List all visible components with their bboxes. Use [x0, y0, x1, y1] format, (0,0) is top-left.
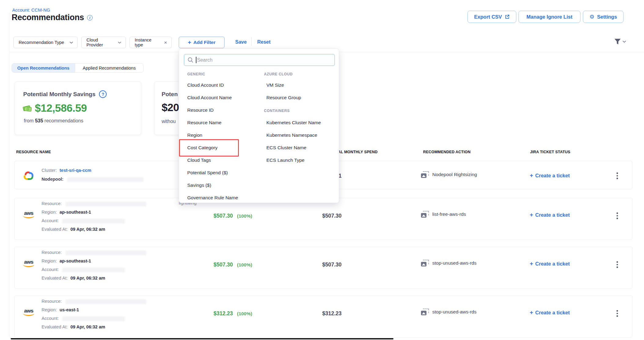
region-label: Region: [42, 307, 57, 312]
plus-icon: + [530, 309, 533, 316]
monthly-savings-cell: $507.30 (100%) [214, 262, 252, 268]
footer-prefix: from [24, 118, 34, 123]
funnel-icon [614, 38, 621, 45]
broken-image-icon [421, 260, 429, 266]
region-value: us-east-1 [60, 307, 79, 312]
create-ticket-button[interactable]: +Create a ticket [530, 260, 570, 267]
filter-option-resource-name[interactable]: Resource Name [187, 120, 221, 125]
recommended-action-label: stop-unused-aws-rds [432, 309, 477, 315]
row-menu-button[interactable] [616, 172, 619, 180]
filter-option-cloud-tags[interactable]: Cloud Tags [187, 157, 211, 163]
filter-option-kubernetes-namespace[interactable]: Kubernetes Namespace [266, 132, 317, 138]
evaluated-at-label: Evaluated At: [42, 227, 68, 232]
account-label: Account: [42, 267, 59, 272]
add-filter-button[interactable]: + Add Filter [179, 37, 225, 48]
filter-option-cost-category[interactable]: Cost Category [187, 145, 218, 150]
savings-percent: (100%) [237, 262, 252, 267]
monthly-spend-value: $507.30 [290, 213, 342, 219]
settings-button[interactable]: ⚙ Settings [583, 11, 624, 23]
redacted-value [62, 219, 125, 223]
recommended-action-cell: stop-unused-aws-rds [421, 260, 477, 266]
cluster-link[interactable]: test-sri-qa-ccm [60, 168, 91, 173]
resource-label: Resource: [42, 250, 62, 255]
export-csv-label: Export CSV [474, 14, 502, 20]
filter-chip-label: Instance type [135, 38, 161, 47]
table-row[interactable]: aws Resource: Region: ap-southeast-1 Acc… [14, 247, 632, 289]
column-header-recommended-action: RECOMMENDED ACTION [423, 150, 470, 154]
broken-image-icon [421, 309, 429, 315]
filter-option-region[interactable]: Region [187, 132, 202, 138]
spend-card-footer-fragment: withou [162, 119, 176, 124]
filter-option-cloud-account-id[interactable]: Cloud Account ID [187, 82, 224, 88]
save-reset-divider [251, 37, 252, 46]
tab-applied-recommendations[interactable]: Applied Recommendations [75, 63, 143, 72]
filter-option-vm-size[interactable]: VM Size [266, 82, 284, 88]
close-icon[interactable]: × [164, 40, 167, 45]
recommendations-tabs: Open Recommendations Applied Recommendat… [12, 63, 144, 73]
create-ticket-button[interactable]: +Create a ticket [530, 309, 570, 316]
settings-label: Settings [597, 14, 617, 20]
filter-option-resource-id[interactable]: Resource ID [187, 107, 214, 113]
text-caret [196, 57, 196, 63]
add-filter-dropdown: GENERIC Cloud Account ID Cloud Account N… [179, 49, 339, 203]
money-icon [23, 104, 32, 112]
filter-option-ecs-launch-type[interactable]: ECS Launch Type [266, 157, 305, 163]
section-heading-azure-cloud: AZURE CLOUD [264, 72, 293, 76]
filter-option-savings[interactable]: Savings ($) [187, 183, 211, 188]
footer-suffix: recommendations [45, 118, 83, 123]
row-menu-button[interactable] [616, 212, 619, 220]
filter-option-resource-group[interactable]: Resource Group [266, 95, 301, 100]
add-filter-label: Add Filter [193, 40, 215, 45]
savings-card-title: Potential Monthly Savings [23, 91, 95, 98]
redacted-value [65, 299, 146, 304]
recommendations-page: Account: CCM-NG Recommendations i Export… [0, 0, 644, 340]
redacted-value [62, 316, 125, 321]
savings-amount: $312.23 [214, 310, 233, 316]
filter-chip-recommendation-type[interactable]: Recommendation Type [13, 37, 78, 48]
savings-amount: $507.30 [214, 213, 233, 219]
info-icon[interactable]: i [87, 15, 93, 20]
spend-card-title-fragment: Poten [162, 91, 178, 98]
savings-amount: $12,586.59 [35, 102, 87, 114]
row-menu-button[interactable] [616, 261, 619, 269]
region-label: Region: [42, 259, 57, 263]
filter-option-kubernetes-cluster-name[interactable]: Kubernetes Cluster Name [266, 120, 321, 125]
reset-filter-button[interactable]: Reset [257, 39, 271, 45]
filter-chip-label: Cloud Provider [86, 38, 115, 47]
manage-ignore-list-button[interactable]: Manage Ignore List [518, 11, 580, 23]
recommended-action-label: list-free-aws-rds [432, 212, 466, 217]
table-row[interactable]: aws Resource: Region: us-east-1 Account:… [14, 295, 632, 338]
table-row[interactable]: aws Resource: Region: ap-southeast-1 Acc… [14, 198, 632, 240]
create-ticket-label: Create a ticket [535, 261, 570, 266]
filter-search-input[interactable] [184, 54, 335, 66]
page-title: Recommendations [12, 13, 84, 22]
create-ticket-label: Create a ticket [535, 173, 570, 178]
filter-chip-instance-type[interactable]: Instance type × [130, 37, 172, 48]
filter-option-governance-rule-name[interactable]: Governance Rule Name [187, 195, 238, 201]
recommendation-count: 535 [35, 118, 43, 123]
chevron-down-icon [118, 42, 121, 44]
filter-option-cloud-account-name[interactable]: Cloud Account Name [187, 95, 232, 100]
nodepool-label: Nodepool: [42, 177, 64, 182]
filter-chip-cloud-provider[interactable]: Cloud Provider [81, 37, 126, 48]
aws-logo: aws [23, 211, 35, 218]
breadcrumb[interactable]: Account: CCM-NG [12, 7, 50, 13]
create-ticket-button[interactable]: +Create a ticket [530, 212, 570, 218]
evaluated-at-label: Evaluated At: [42, 276, 68, 280]
column-header-monthly-spend: AL MONTHLY SPEND [338, 150, 378, 154]
evaluated-at-value: 09 Apr, 06:32 am [70, 227, 105, 232]
help-icon[interactable]: ? [99, 90, 107, 98]
plus-icon: + [530, 172, 533, 179]
export-csv-button[interactable]: Export CSV [467, 11, 516, 23]
filter-option-ecs-cluster-name[interactable]: ECS Cluster Name [266, 145, 306, 150]
filter-panel-toggle[interactable] [614, 38, 626, 45]
recommended-action-label: Nodepool Rightsizing [432, 172, 477, 177]
create-ticket-button[interactable]: +Create a ticket [530, 172, 570, 179]
tab-open-recommendations[interactable]: Open Recommendations [12, 63, 75, 72]
filter-option-potential-spend[interactable]: Potential Spend ($) [187, 170, 228, 175]
aws-logo: aws [23, 309, 35, 316]
plus-icon: + [530, 260, 533, 267]
row-menu-button[interactable] [616, 309, 619, 317]
save-filter-button[interactable]: Save [235, 39, 247, 45]
section-heading-containers: CONTAINERS [264, 109, 290, 113]
